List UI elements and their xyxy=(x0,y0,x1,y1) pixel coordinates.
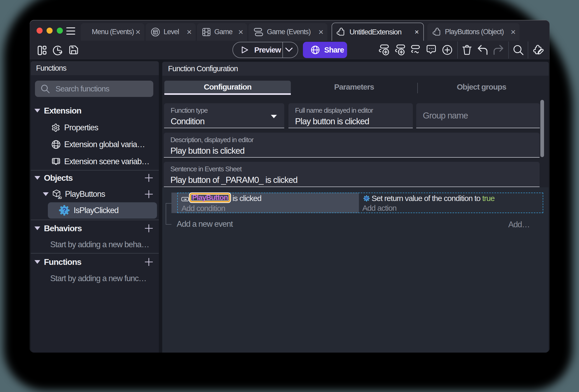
svg-text:?: ? xyxy=(62,207,66,214)
svg-text:G: G xyxy=(365,197,368,200)
svg-text:2D: 2D xyxy=(58,196,62,199)
svg-text:OK: OK xyxy=(184,198,187,201)
